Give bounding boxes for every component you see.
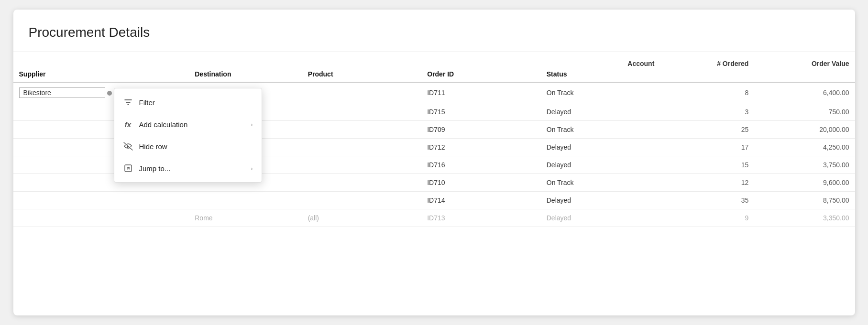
context-menu: Filter fx Add calculation › Hide row: [114, 88, 262, 183]
product-cell: [302, 156, 422, 174]
ordered-cell: 25: [660, 121, 754, 139]
add-calculation-menu-item[interactable]: fx Add calculation ›: [114, 114, 262, 134]
supplier-dot: [107, 91, 112, 96]
product-cell: [302, 121, 422, 139]
value-cell: 20,000.00: [754, 121, 855, 139]
value-cell: 6,400.00: [754, 82, 855, 103]
hide-row-label: Hide row: [139, 142, 253, 151]
status-cell: On Track: [541, 121, 660, 139]
header-row-1: Account # Ordered Order Value: [13, 52, 855, 68]
product-cell: [302, 174, 422, 192]
product-cell: (all): [302, 209, 422, 227]
filter-label: Filter: [139, 98, 253, 107]
product-cell: [302, 192, 422, 209]
product-header: Product: [302, 68, 422, 82]
status-cell: Delayed: [541, 192, 660, 209]
jump-to-menu-item[interactable]: Jump to... ›: [114, 158, 262, 178]
order-id-cell: ID712: [421, 139, 541, 156]
add-calculation-label: Add calculation: [139, 120, 245, 129]
fx-icon: fx: [123, 119, 133, 130]
status-cell: Delayed: [541, 139, 660, 156]
status-cell: Delayed: [541, 209, 660, 227]
value-cell: 3,350.00: [754, 209, 855, 227]
order-id-cell: ID709: [421, 121, 541, 139]
value-cell: 4,250.00: [754, 139, 855, 156]
destination-cell: Rome: [189, 209, 302, 227]
col6-header-top: # Ordered: [660, 52, 754, 68]
col7-header-top: Order Value: [754, 52, 855, 68]
ordered-cell: 3: [660, 103, 754, 121]
order-id-cell: ID715: [421, 103, 541, 121]
product-cell: [302, 139, 422, 156]
col1-header-top: [13, 52, 189, 68]
ordered-cell: 12: [660, 174, 754, 192]
supplier-name: Bikestore: [19, 87, 105, 98]
status-cell: Delayed: [541, 156, 660, 174]
destination-header: Destination: [189, 68, 302, 82]
col3-header-top: [302, 52, 422, 68]
value-cell: 8,750.00: [754, 192, 855, 209]
table-row: Rome(all)ID713Delayed93,350.00: [13, 209, 855, 227]
supplier-cell: [13, 209, 189, 227]
status-cell: Delayed: [541, 103, 660, 121]
jump-to-label: Jump to...: [139, 164, 245, 173]
ordered-header: [660, 68, 754, 82]
ordered-cell: 15: [660, 156, 754, 174]
header-row-2: Supplier Destination Product Order ID St…: [13, 68, 855, 82]
order-id-cell: ID714: [421, 192, 541, 209]
table-row: ID714Delayed358,750.00: [13, 192, 855, 209]
product-cell: [302, 82, 422, 103]
col5-header-top: Account: [541, 52, 660, 68]
status-cell: On Track: [541, 174, 660, 192]
value-cell: 9,600.00: [754, 174, 855, 192]
order-id-cell: ID710: [421, 174, 541, 192]
value-cell: 3,750.00: [754, 156, 855, 174]
order-id-header: Order ID: [421, 68, 541, 82]
jump-icon: [123, 163, 133, 173]
value-cell: 750.00: [754, 103, 855, 121]
filter-menu-item[interactable]: Filter: [114, 92, 262, 112]
destination-cell: [189, 192, 302, 209]
order-id-cell: ID713: [421, 209, 541, 227]
page-title: Procurement Details: [13, 25, 855, 52]
hide-row-menu-item[interactable]: Hide row: [114, 136, 262, 156]
main-card: Procurement Details Account # Ordered Or…: [13, 10, 855, 315]
status-header: Status: [541, 68, 660, 82]
ordered-cell: 8: [660, 82, 754, 103]
value-header: [754, 68, 855, 82]
order-id-cell: ID716: [421, 156, 541, 174]
jump-to-arrow: ›: [251, 165, 253, 172]
supplier-header: Supplier: [13, 68, 189, 82]
add-calculation-arrow: ›: [251, 121, 253, 128]
order-id-cell: ID711: [421, 82, 541, 103]
product-cell: [302, 103, 422, 121]
table-container: Account # Ordered Order Value Supplier D…: [13, 52, 855, 227]
hide-icon: [123, 141, 133, 152]
supplier-cell: [13, 192, 189, 209]
ordered-cell: 35: [660, 192, 754, 209]
status-cell: On Track: [541, 82, 660, 103]
ordered-cell: 17: [660, 139, 754, 156]
ordered-cell: 9: [660, 209, 754, 227]
col4-header-top: [421, 52, 541, 68]
col2-header-top: [189, 52, 302, 68]
filter-icon: [123, 97, 133, 108]
